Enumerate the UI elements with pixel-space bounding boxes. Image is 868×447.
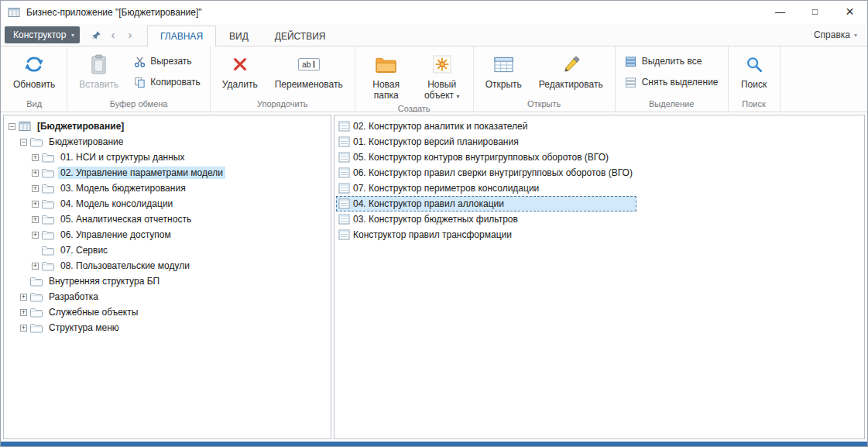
folder-icon (42, 260, 55, 271)
list-item[interactable]: Конструктор правил трансформации (336, 227, 636, 242)
list-item-label: 06. Конструктор правил сверки внутригруп… (353, 167, 633, 178)
ribbon-group-open: Открыть Редактировать Открыть (474, 46, 616, 112)
folder-icon (30, 291, 43, 302)
back-button[interactable]: ‹ (105, 26, 121, 43)
expand-icon[interactable]: + (32, 154, 39, 161)
pin-button[interactable] (88, 26, 104, 43)
paste-button[interactable]: Вставить (71, 49, 126, 91)
tree-item[interactable]: +06. Управление доступом (5, 227, 329, 242)
minimize-button[interactable]: — (763, 1, 798, 23)
tree-item-label: 07. Сервис (58, 244, 110, 256)
tab-actions[interactable]: ДЕЙСТВИЯ (262, 26, 339, 46)
list-item[interactable]: 02. Конструктор аналитик и показателей (336, 119, 636, 134)
refresh-icon (23, 53, 45, 76)
tree-item[interactable]: +03. Модель бюджетирования (5, 181, 329, 196)
search-button[interactable]: Поиск (732, 49, 776, 91)
title-bar: Бизнес-приложение "[Бюджетирование]" — □… (1, 1, 867, 24)
edit-label: Редактировать (539, 79, 603, 90)
tab-view[interactable]: ВИД (216, 26, 262, 46)
select-all-icon (625, 55, 637, 67)
application-icon (8, 6, 20, 19)
tree-item-label: Структура меню (46, 321, 122, 334)
tree-item[interactable]: −Бюджетирование (5, 134, 329, 150)
expand-icon[interactable]: + (32, 216, 39, 223)
new-object-button[interactable]: Новый объект ▾ (415, 49, 469, 103)
tree-item-label: 04. Модель консолидации (58, 198, 175, 210)
open-label: Открыть (485, 79, 522, 90)
close-icon: × (846, 4, 854, 20)
rename-button[interactable]: ab Переименовать (267, 49, 351, 91)
expand-icon[interactable]: + (32, 263, 39, 270)
forward-button[interactable]: › (122, 26, 138, 43)
tree-item[interactable]: −[Бюджетирование] (5, 119, 329, 134)
list-item-label: 05. Конструктор контуров внутригрупповых… (353, 152, 609, 163)
expand-icon[interactable]: + (20, 294, 27, 301)
ribbon-group-search: Поиск Поиск (729, 46, 781, 112)
tree-item[interactable]: +08. Пользовательские модули (5, 258, 329, 273)
ribbon-toolbar: Обновить Вид Вставить Вы (1, 46, 867, 112)
open-button[interactable]: Открыть (478, 49, 530, 91)
tree-item[interactable]: +02. Управление параметрами модели (5, 165, 329, 181)
deselect-icon (625, 76, 637, 88)
edit-button[interactable]: Редактировать (531, 49, 611, 91)
status-strip (1, 442, 867, 446)
help-menu[interactable]: Справка ▾ (814, 29, 867, 40)
pin-icon (91, 30, 101, 40)
list-item[interactable]: 06. Конструктор правил сверки внутригруп… (336, 165, 636, 181)
folder-icon (42, 245, 55, 256)
close-button[interactable]: × (832, 1, 867, 23)
ribbon-group-label: Вид (2, 98, 67, 112)
cut-button[interactable]: Вырезать (128, 53, 206, 69)
tree-item[interactable]: +01. НСИ и структуры данных (5, 150, 329, 165)
tree-item[interactable]: +Разработка (5, 289, 329, 304)
tree-item[interactable]: +Служебные объекты (5, 304, 329, 320)
tree-item[interactable]: Внутренняя структура БП (5, 273, 329, 289)
expand-icon[interactable]: + (32, 185, 39, 192)
ribbon-group-label: Открыть (474, 98, 615, 112)
list-item-label: 04. Конструктор правил аллокации (353, 198, 504, 209)
constructor-menu-button[interactable]: Конструктор ▾ (5, 26, 80, 43)
collapse-icon[interactable]: − (9, 123, 15, 130)
list-item[interactable]: 03. Конструктор бюджетных фильтров (336, 211, 636, 227)
open-icon (493, 53, 514, 76)
constructor-menu-label: Конструктор (13, 29, 66, 40)
paste-icon (90, 53, 108, 76)
list-item[interactable]: 04. Конструктор правил аллокации (336, 196, 636, 211)
tree-item-label: 06. Управление доступом (58, 229, 173, 241)
delete-icon (232, 53, 249, 76)
tree-item[interactable]: +Структура меню (5, 320, 329, 335)
maximize-button[interactable]: □ (798, 1, 832, 23)
expand-icon[interactable]: + (20, 325, 27, 332)
expand-icon[interactable]: + (20, 309, 27, 316)
folder-icon (42, 152, 55, 163)
list-item[interactable]: 05. Конструктор контуров внутригрупповых… (336, 150, 636, 165)
ribbon-tab-bar: Конструктор ▾ ‹ › ГЛАВНАЯ ВИД ДЕЙСТВИЯ С… (1, 24, 867, 46)
expand-icon[interactable]: + (32, 232, 39, 239)
ribbon-group-label: Упорядочить (211, 98, 355, 112)
tree-item[interactable]: 07. Сервис (5, 242, 329, 258)
list-item-label: 03. Конструктор бюджетных фильтров (353, 214, 518, 225)
tab-home[interactable]: ГЛАВНАЯ (147, 26, 216, 46)
expand-icon[interactable]: + (32, 170, 39, 177)
tree-item[interactable]: +04. Модель консолидации (5, 196, 329, 211)
object-icon (338, 214, 350, 225)
select-all-button[interactable]: Выделить все (619, 53, 724, 69)
copy-button[interactable]: Копировать (128, 74, 206, 90)
folder-icon (42, 183, 55, 194)
collapse-icon[interactable]: − (20, 139, 27, 146)
main-content: −[Бюджетирование]−Бюджетирование+01. НСИ… (1, 112, 867, 442)
tree-item-label: Разработка (46, 291, 101, 303)
tree-item[interactable]: +05. Аналитическая отчетность (5, 211, 329, 227)
object-icon (338, 198, 350, 209)
new-folder-button[interactable]: Новая папка (359, 49, 413, 103)
list-item[interactable]: 07. Конструктор периметров консолидации (336, 181, 636, 196)
tree-item-label: 02. Управление параметрами модели (58, 167, 225, 179)
refresh-button[interactable]: Обновить (5, 49, 63, 91)
expand-icon[interactable]: + (32, 201, 39, 208)
ribbon-group-view: Обновить Вид (2, 46, 67, 112)
paste-label: Вставить (79, 79, 118, 90)
delete-button[interactable]: Удалить (214, 49, 266, 91)
list-item[interactable]: 01. Конструктор версий планирования (336, 134, 636, 150)
list-item-label: Конструктор правил трансформации (353, 229, 512, 240)
deselect-button[interactable]: Снять выделение (619, 74, 724, 90)
